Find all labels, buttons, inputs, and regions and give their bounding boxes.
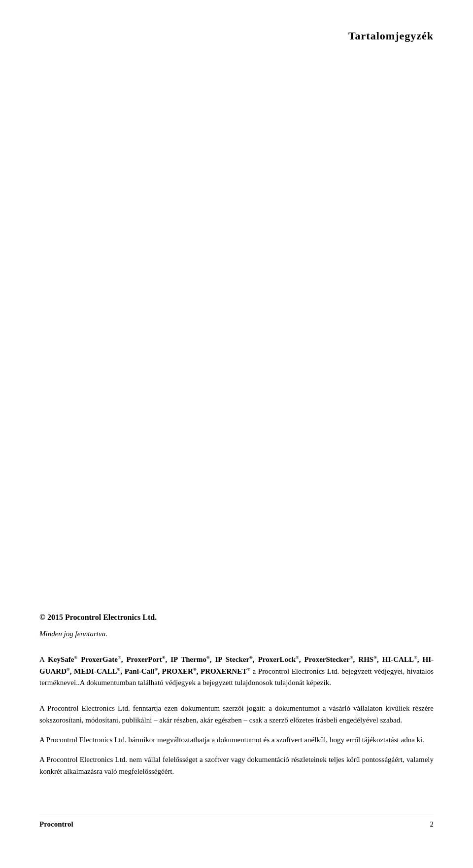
page-footer: Procontrol 2 bbox=[39, 815, 434, 829]
minden-jog: Minden jog fenntartva. bbox=[39, 630, 434, 638]
paragraph-1: A Procontrol Electronics Ltd. fenntartja… bbox=[39, 702, 434, 726]
trademark-block: A KeySafe® ProxerGate®, ProxerPort®, IP … bbox=[39, 654, 434, 688]
footer-brand: Procontrol bbox=[39, 820, 73, 829]
page-header: Tartalomjegyzék bbox=[39, 30, 434, 42]
trademark-paragraph: A KeySafe® ProxerGate®, ProxerPort®, IP … bbox=[39, 654, 434, 688]
page-title: Tartalomjegyzék bbox=[39, 30, 434, 42]
body-paragraphs: A Procontrol Electronics Ltd. fenntartja… bbox=[39, 702, 434, 785]
footer-page-number: 2 bbox=[430, 820, 434, 829]
page-container: Tartalomjegyzék © 2015 Procontrol Electr… bbox=[0, 0, 473, 868]
copyright-line: © 2015 Procontrol Electronics Ltd. bbox=[39, 613, 434, 622]
trademark-intro: A bbox=[39, 655, 48, 663]
paragraph-3: A Procontrol Electronics Ltd. nem vállal… bbox=[39, 754, 434, 777]
content-area: © 2015 Procontrol Electronics Ltd. Minde… bbox=[39, 42, 434, 805]
paragraph-2: A Procontrol Electronics Ltd. bármikor m… bbox=[39, 734, 434, 746]
